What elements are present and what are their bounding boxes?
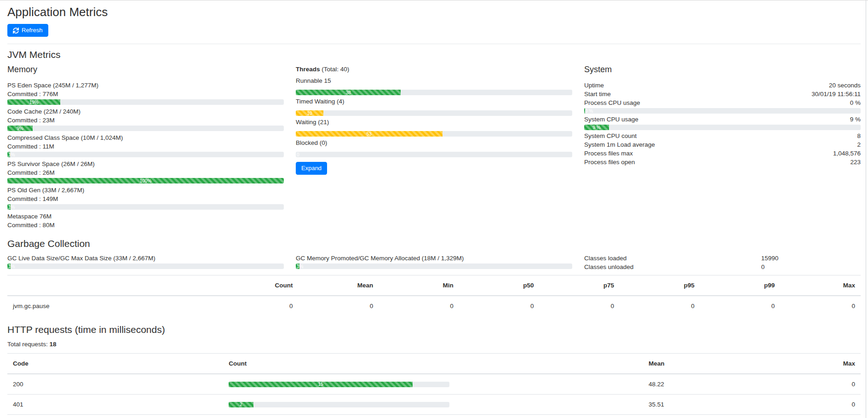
total-requests: Total requests: 18 (7, 340, 861, 349)
progress-label: 1% (8, 205, 15, 210)
classes-loaded-value: 15990 (761, 254, 861, 263)
gc-metric-name: jvm.gc.pause (7, 296, 238, 316)
thread-progressbar: 10 (296, 110, 572, 116)
system-row-files-max: Process files max 1,048,576 (584, 149, 861, 158)
system-row-value: 9 % (850, 115, 861, 124)
system-row-uptime: Uptime 20 seconds (584, 81, 861, 90)
scrollbar[interactable] (866, 0, 866, 418)
divider (7, 44, 861, 44)
system-row-label: System CPU usage (584, 115, 638, 124)
memory-heading: Memory (7, 65, 284, 74)
thread-state-label: Waiting (21) (296, 118, 572, 126)
classes-loaded-row: Classes loaded 15990 (584, 254, 861, 263)
gc-count: 0 (238, 296, 299, 316)
memory-pool-label: Compressed Class Space (10M / 1,024M) (7, 133, 284, 142)
progress-label: 1% (8, 264, 15, 269)
system-row-label: Uptime (584, 81, 604, 90)
system-row-value: 2 (857, 140, 861, 149)
memory-pool-committed: Committed : 23M (7, 116, 284, 125)
system-row-value: 1,048,576 (833, 149, 861, 158)
http-table-header-row: Code Count Mean Max (7, 354, 861, 374)
thread-progressbar: 0 (296, 152, 572, 157)
http-section: HTTP requests (time in milliseconds) Tot… (7, 324, 861, 418)
memory-pool-label: PS Survivor Space (26M / 26M) (7, 160, 284, 168)
gc-mean: 0 (299, 296, 379, 316)
thread-progressbar: 53 (296, 131, 572, 137)
http-row-404: 404 1 13.36 0 (7, 415, 861, 418)
system-row-label: Process files open (584, 158, 635, 166)
memory-pool-progressbar: 1% (7, 152, 284, 157)
http-code: 200 (7, 374, 223, 395)
progress-label: 9% (17, 126, 23, 131)
gc-col-p95: p95 (620, 275, 700, 296)
refresh-button[interactable]: Refresh (7, 24, 48, 37)
refresh-icon (13, 28, 19, 34)
thread-progressbar: 38 (296, 90, 572, 95)
thread-state-waiting: Waiting (21) 53 (296, 118, 572, 137)
gc-col-min: Min (379, 275, 459, 296)
system-row-value: 20 seconds (829, 81, 861, 90)
gc-min: 0 (379, 296, 459, 316)
memory-pool-progressbar: 9% (7, 126, 284, 131)
gc-col-max: Max (780, 275, 861, 296)
progress-label: 100% (140, 178, 152, 183)
progress-label: 2 (240, 400, 242, 409)
http-max: 0 (767, 415, 861, 418)
classes-unloaded-value: 0 (761, 263, 861, 271)
gc-heading: Garbage Collection (7, 238, 861, 249)
system-row-value: 0 % (850, 98, 861, 107)
progress-label: 1% (297, 264, 303, 269)
progress-label: 19% (29, 100, 39, 105)
progress-label: 9 % (592, 125, 600, 130)
thread-state-label: Runnable 15 (296, 76, 572, 85)
gc-p99: 0 (700, 296, 781, 316)
http-table: Code Count Mean Max 200 15 48.22 0 (7, 353, 861, 418)
jvm-metrics-row: Memory PS Eden Space (245M / 1,277M) Com… (7, 65, 861, 232)
progress-label: 53 (367, 132, 372, 137)
progress-label: 10 (307, 111, 312, 116)
progress-label: 0 (297, 152, 299, 157)
http-mean: 48.22 (643, 374, 767, 395)
system-row-cpu-count: System CPU count 8 (584, 132, 861, 140)
thread-state-label: Timed Waiting (4) (296, 97, 572, 106)
threads-title: Threads (Total: 40) (296, 65, 572, 74)
system-row-label: System CPU count (584, 132, 637, 140)
http-code: 404 (7, 415, 223, 418)
system-row-process-cpu: Process CPU usage 0 % (584, 98, 861, 107)
metrics-page: Application Metrics Refresh JVM Metrics … (0, 0, 866, 418)
process-cpu-progressbar: 0 % (584, 108, 861, 114)
http-col-count: Count (223, 354, 643, 374)
memory-column: Memory PS Eden Space (245M / 1,277M) Com… (7, 65, 284, 232)
system-row-label: Start time (584, 90, 611, 98)
memory-pool-label: Metaspace 76M (7, 212, 284, 221)
memory-pool-committed: Committed : 11M (7, 142, 284, 151)
http-col-mean: Mean (643, 354, 767, 374)
http-row-401: 401 2 35.51 0 (7, 395, 861, 415)
memory-pool-progressbar: 19% (7, 99, 284, 105)
system-row-label: System 1m Load average (584, 140, 655, 149)
http-mean: 35.51 (643, 395, 767, 415)
http-max: 0 (767, 374, 861, 395)
memory-pool-oldgen: PS Old Gen (33M / 2,667M) Committed : 14… (7, 186, 284, 210)
system-row-value: 30/01/19 11:56:11 (811, 90, 861, 98)
gc-section: Garbage Collection GC Live Data Size/GC … (7, 238, 861, 316)
system-heading: System (584, 65, 861, 74)
memory-pool-metaspace: Metaspace 76M Committed : 80M (7, 212, 284, 229)
progress-label: 38 (346, 90, 351, 95)
memory-pool-committed: Committed : 80M (7, 221, 284, 229)
thread-state-timed-waiting: Timed Waiting (4) 10 (296, 97, 572, 116)
gc-p95: 0 (620, 296, 700, 316)
classes-loaded-label: Classes loaded (584, 254, 761, 263)
memory-pool-compressed-class: Compressed Class Space (10M / 1,024M) Co… (7, 133, 284, 157)
jvm-metrics-heading: JVM Metrics (7, 49, 861, 60)
memory-pool-committed: Committed : 776M (7, 90, 284, 98)
system-row-files-open: Process files open 223 (584, 158, 861, 166)
gc-meters-row: GC Live Data Size/GC Max Data Size (33M … (7, 254, 861, 271)
memory-pool-label: PS Eden Space (245M / 1,277M) (7, 81, 284, 90)
gc-meter-label: GC Live Data Size/GC Max Data Size (33M … (7, 254, 284, 263)
gc-col-mean: Mean (299, 275, 379, 296)
gc-progressbar: 1% (7, 263, 284, 269)
memory-pool-label: PS Old Gen (33M / 2,667M) (7, 186, 284, 195)
expand-button[interactable]: Expand (296, 162, 327, 175)
refresh-button-label: Refresh (22, 27, 43, 34)
